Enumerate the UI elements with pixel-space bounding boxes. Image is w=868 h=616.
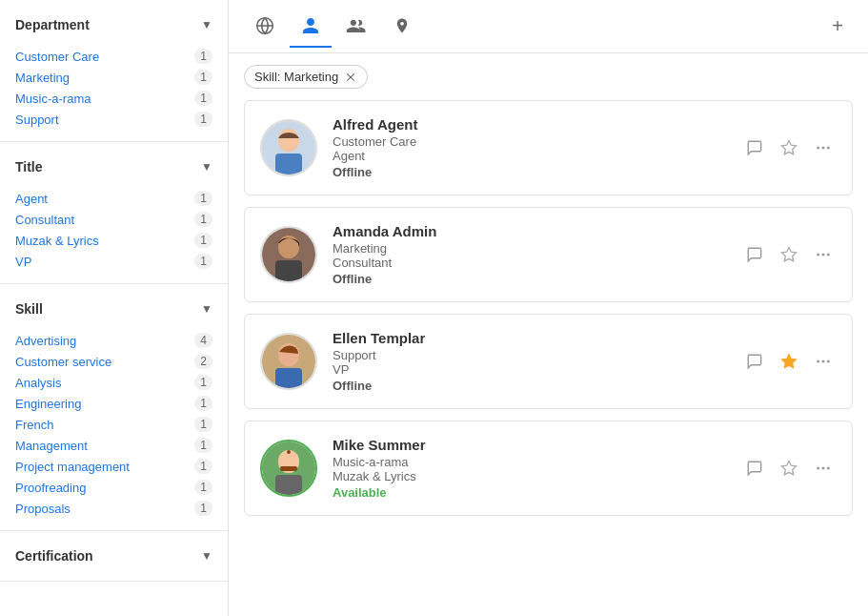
filter-section-title: Title▼Agent1Consultant1Muzak & Lyrics1VP… [0,142,228,284]
filter-item-title-0[interactable]: Agent1 [15,188,212,209]
tab-location[interactable] [381,6,423,48]
svg-marker-13 [782,248,797,261]
filter-item-count-skill-4: 1 [194,417,212,432]
skill-filter-chip-label: Skill: Marketing [254,70,338,84]
filter-header-label-title: Title [15,159,43,175]
filter-item-skill-8[interactable]: Proposals1 [15,498,212,519]
filter-item-label-department-1: Marketing [15,71,70,85]
filter-item-department-2[interactable]: Music-a-rama1 [15,88,212,109]
filter-item-skill-3[interactable]: Engineering1 [15,393,212,414]
filter-item-count-skill-7: 1 [194,480,212,495]
svg-point-8 [827,147,830,150]
filter-item-department-1[interactable]: Marketing1 [15,67,212,88]
svg-marker-5 [782,141,797,154]
agent-chat-button-alfred[interactable] [741,134,768,161]
filter-item-label-department-2: Music-a-rama [15,92,91,106]
filter-item-label-skill-1: Customer service [15,355,111,369]
filter-item-title-1[interactable]: Consultant1 [15,209,212,230]
svg-point-22 [817,360,819,363]
agent-star-button-alfred[interactable] [776,134,802,161]
filter-item-title-3[interactable]: VP1 [15,251,212,272]
agent-avatar-mike [260,440,317,497]
filter-header-department[interactable]: Department▼ [15,11,212,38]
svg-point-14 [817,254,819,257]
filter-item-department-3[interactable]: Support1 [15,109,212,130]
skill-filter-chip[interactable]: Skill: Marketing [244,65,368,89]
agent-title-amanda: Consultant [333,256,726,270]
svg-marker-31 [782,462,797,475]
filter-item-count-title-0: 1 [194,191,212,206]
svg-rect-29 [280,466,297,471]
filter-item-count-department-1: 1 [194,70,212,85]
filter-section-certification: Certification▼ [0,531,228,582]
svg-point-24 [827,360,830,363]
agent-star-button-ellen[interactable] [776,348,802,375]
agent-status-ellen: Offline [333,379,726,393]
agent-name-alfred: Alfred Agent [333,116,726,133]
agent-star-button-amanda[interactable] [776,241,802,268]
agent-card-mike: Mike SummerMusic-a-ramaMuzak & LyricsAva… [244,421,853,516]
svg-point-34 [827,467,830,470]
svg-point-6 [817,147,819,150]
filter-header-arrow-skill: ▼ [201,302,212,316]
filter-item-count-title-2: 1 [194,233,212,248]
filter-item-skill-1[interactable]: Customer service2 [15,351,212,372]
filter-item-title-2[interactable]: Muzak & Lyrics1 [15,230,212,251]
filter-header-skill[interactable]: Skill▼ [15,296,212,322]
filter-item-count-skill-5: 1 [194,438,212,453]
filter-header-title[interactable]: Title▼ [15,154,212,180]
filter-item-label-skill-4: French [15,418,53,432]
tab-globe[interactable] [244,6,286,48]
agent-avatar-amanda [260,226,317,283]
agent-more-button-alfred[interactable] [810,134,837,161]
agent-card-amanda: Amanda AdminMarketingConsultantOffline [244,207,853,302]
filter-items-department: Customer Care1Marketing1Music-a-rama1Sup… [15,46,212,130]
svg-point-33 [822,467,825,470]
filter-header-arrow-department: ▼ [201,18,212,31]
filter-item-count-skill-6: 1 [194,459,212,474]
svg-point-7 [822,147,825,150]
svg-marker-21 [782,355,797,368]
filter-item-count-department-2: 1 [194,91,212,106]
filter-header-certification[interactable]: Certification▼ [15,543,212,569]
agent-actions-amanda [741,241,837,268]
tab-group[interactable] [335,6,377,48]
tab-person[interactable] [290,6,332,48]
svg-point-30 [287,450,291,454]
agent-more-button-mike[interactable] [810,455,837,482]
agent-department-ellen: Support [333,348,726,362]
add-tab-button[interactable]: + [822,11,853,42]
svg-point-12 [278,236,299,258]
filter-item-count-title-1: 1 [194,212,212,227]
agent-info-mike: Mike SummerMusic-a-ramaMuzak & LyricsAva… [333,437,726,500]
agent-title-alfred: Agent [333,149,726,163]
filter-item-label-skill-5: Management [15,439,88,453]
agent-chat-button-amanda[interactable] [741,241,768,268]
agent-name-amanda: Amanda Admin [333,223,726,239]
tab-bar: + [229,0,868,53]
agent-chat-button-ellen[interactable] [741,348,768,375]
filter-item-department-0[interactable]: Customer Care1 [15,46,212,67]
filter-item-skill-7[interactable]: Proofreading1 [15,477,212,498]
filter-item-skill-6[interactable]: Project management1 [15,456,212,477]
filter-item-skill-2[interactable]: Analysis1 [15,372,212,393]
agent-status-mike: Available [333,485,726,500]
filter-item-skill-4[interactable]: French1 [15,414,212,435]
filter-item-label-title-0: Agent [15,192,48,206]
svg-rect-19 [275,368,302,390]
skill-filter-chip-remove[interactable] [344,71,357,84]
filter-item-label-skill-6: Project management [15,460,130,474]
filter-section-department: Department▼Customer Care1Marketing1Music… [0,0,228,142]
agent-department-amanda: Marketing [333,241,726,256]
agent-chat-button-mike[interactable] [741,455,768,482]
filter-item-skill-5[interactable]: Management1 [15,435,212,456]
svg-point-23 [822,360,825,363]
agent-star-button-mike[interactable] [776,455,802,482]
agent-more-button-amanda[interactable] [810,241,837,268]
filter-item-label-skill-2: Analysis [15,376,61,390]
filter-item-count-department-3: 1 [194,112,212,127]
filter-item-label-title-1: Consultant [15,213,74,227]
filter-item-label-title-3: VP [15,255,31,269]
agent-more-button-ellen[interactable] [810,348,837,375]
filter-item-skill-0[interactable]: Advertising4 [15,330,212,351]
